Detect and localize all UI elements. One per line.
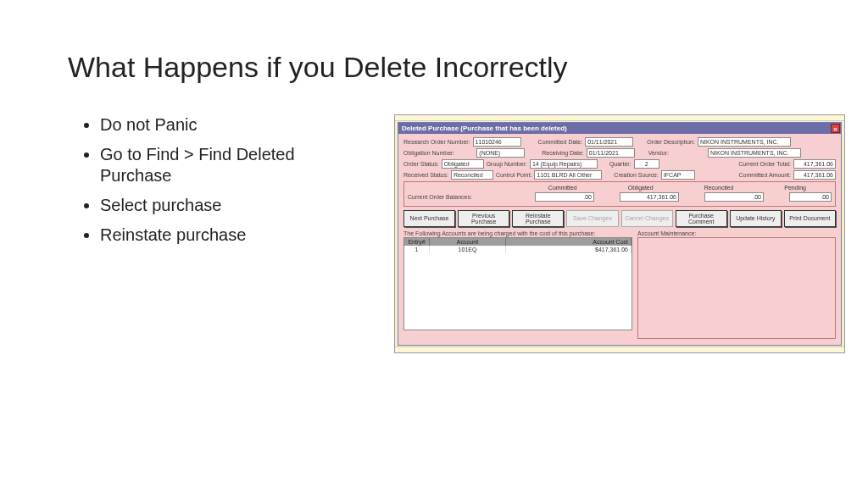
balance-obligated-field: 417,361.06: [620, 192, 679, 202]
dialog-titlebar: Deleted Purchase (Purchase that has been…: [398, 123, 841, 134]
control-point-label: Control Point:: [496, 172, 531, 178]
account-maintenance-label: Account Maintenance:: [637, 230, 836, 236]
button-bar: Next Purchase Previous Purchase Reinstat…: [403, 210, 836, 227]
cell-account-cost: $417,361.06: [506, 246, 632, 253]
receiving-date-field[interactable]: 01/11/2021: [587, 148, 635, 158]
balance-reconciled-field: .00: [704, 192, 764, 202]
committed-header: Committed: [548, 185, 577, 191]
group-number-field[interactable]: 14 (Equip Repairs): [530, 159, 598, 169]
print-document-button[interactable]: Print Document: [784, 210, 836, 227]
pending-header: Pending: [784, 185, 806, 191]
reinstate-purchase-button[interactable]: Reinstate Purchase: [512, 210, 564, 227]
accounts-section: The Following Accounts are being charged…: [403, 230, 632, 339]
creation-source-label: Creation Source:: [614, 172, 659, 178]
current-order-balances-label: Current Order Balances:: [408, 194, 472, 200]
research-order-number-field[interactable]: 11010246: [473, 137, 521, 147]
vendor-label: Vendor:: [648, 150, 669, 156]
account-maintenance-section: Account Maintenance:: [637, 230, 836, 339]
quarter-label: Quarter:: [609, 161, 632, 167]
order-description-label: Order Description:: [647, 139, 695, 145]
cancel-changes-button: Cancel Changes: [621, 210, 673, 227]
creation-source-field[interactable]: IFCAP: [661, 170, 695, 180]
current-order-total-field[interactable]: 417,361.06: [793, 159, 836, 169]
screenshot-panel: Deleted Purchase (Purchase that has been…: [394, 114, 845, 353]
order-status-label: Order Status:: [403, 161, 439, 167]
obligated-header: Obligated: [628, 185, 654, 191]
committed-amount-field[interactable]: 417,361.06: [793, 170, 836, 180]
bullet-item: Select purchase: [100, 195, 364, 216]
col-account-header: Account: [430, 238, 506, 246]
quarter-field[interactable]: 2: [634, 159, 659, 169]
accounts-charged-label: The Following Accounts are being charged…: [403, 230, 632, 236]
accounts-table[interactable]: Entry# Account Account Cost 1 101EQ $417…: [403, 237, 632, 330]
order-status-field[interactable]: Obligated: [442, 159, 484, 169]
save-changes-button: Save Changes: [566, 210, 618, 227]
obligation-number-label: Obligation Number:: [403, 150, 454, 156]
close-icon[interactable]: ×: [831, 124, 840, 133]
slide-title: What Happens if you Delete Incorrectly: [68, 51, 568, 84]
cell-account: 101EQ: [430, 246, 506, 253]
dialog-title-text: Deleted Purchase (Purchase that has been…: [402, 125, 567, 132]
obligation-number-field[interactable]: (NONE): [476, 148, 525, 158]
committed-amount-label: Committed Amount:: [739, 172, 791, 178]
cell-entry: 1: [404, 246, 430, 253]
col-account-cost-header: Account Cost: [506, 238, 632, 246]
update-history-button[interactable]: Update History: [730, 210, 782, 227]
col-entry-header: Entry#: [404, 238, 430, 246]
bullet-item: Go to Find > Find Deleted Purchase: [100, 144, 364, 186]
current-order-balances-box: Committed Obligated Reconciled Pending C…: [403, 181, 836, 207]
reconciled-header: Reconciled: [704, 185, 734, 191]
received-status-field[interactable]: Reconciled: [451, 170, 493, 180]
next-purchase-button[interactable]: Next Purchase: [403, 210, 455, 227]
bullet-item: Do not Panic: [100, 114, 364, 136]
previous-purchase-button[interactable]: Previous Purchase: [458, 210, 509, 227]
received-status-label: Received Status:: [403, 172, 448, 178]
committed-date-field[interactable]: 01/11/2021: [585, 137, 633, 147]
receiving-date-label: Receiving Date:: [542, 150, 583, 156]
purchase-comment-button[interactable]: Purchase Comment: [676, 210, 727, 227]
vendor-field[interactable]: NIKON INSTRUMENTS, INC.: [708, 148, 801, 158]
control-point-field[interactable]: 1101 BLRD All Other: [534, 170, 602, 180]
research-order-number-label: Research Order Number:: [403, 139, 470, 145]
balance-committed-field: .00: [535, 192, 594, 202]
group-number-label: Group Number:: [487, 161, 527, 167]
account-maintenance-box: [637, 237, 836, 339]
committed-date-label: Committed Date:: [538, 139, 583, 145]
bullet-item: Reinstate purchase: [100, 225, 364, 246]
balance-pending-field: .00: [789, 192, 832, 202]
bullet-list: Do not Panic Go to Find > Find Deleted P…: [85, 114, 364, 254]
order-description-field[interactable]: NIKON INSTRUMENTS, INC.: [698, 137, 791, 147]
current-order-total-label: Current Order Total:: [738, 161, 791, 167]
table-row[interactable]: 1 101EQ $417,361.06: [404, 246, 632, 253]
deleted-purchase-dialog: Deleted Purchase (Purchase that has been…: [398, 122, 842, 346]
